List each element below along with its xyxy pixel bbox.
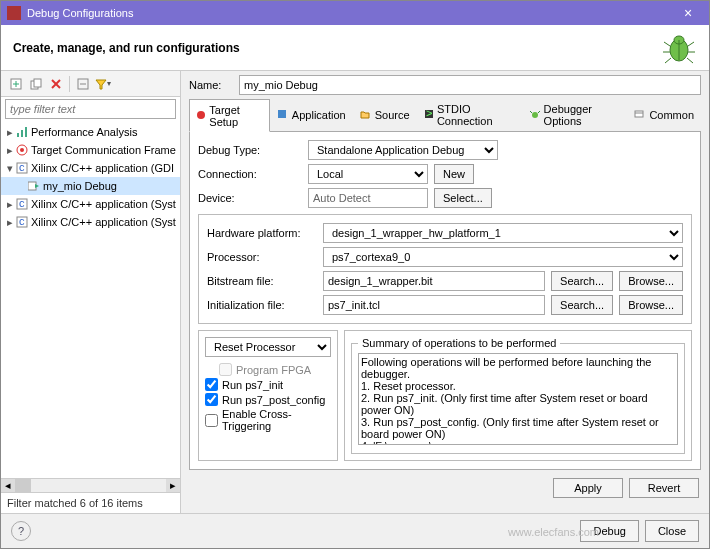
init-file-input[interactable] bbox=[323, 295, 545, 315]
target-setup-panel: Debug Type: Standalone Application Debug… bbox=[189, 132, 701, 470]
right-panel: Name: Target SetupApplicationSource>STDI… bbox=[181, 71, 709, 513]
bug-icon bbox=[530, 109, 540, 121]
tree-item-label: Xilinx C/C++ application (Syst bbox=[31, 216, 176, 228]
svg-line-36 bbox=[538, 111, 540, 113]
filter-box bbox=[5, 99, 176, 119]
term-icon: > bbox=[424, 109, 434, 121]
processor-select[interactable]: ps7_cortexa9_0 bbox=[323, 247, 683, 267]
bitstream-label: Bitstream file: bbox=[207, 275, 317, 287]
delete-icon[interactable] bbox=[47, 75, 65, 93]
close-icon[interactable]: × bbox=[673, 5, 703, 21]
scroll-right-icon[interactable]: ▸ bbox=[166, 479, 180, 492]
tree-item[interactable]: ▸Performance Analysis bbox=[1, 123, 180, 141]
summary-text[interactable] bbox=[358, 353, 678, 445]
name-input[interactable] bbox=[239, 75, 701, 95]
left-panel: ▾ ▸Performance Analysis▸Target Communica… bbox=[1, 71, 181, 513]
left-toolbar: ▾ bbox=[1, 71, 180, 97]
run-ps7-init-label: Run ps7_init bbox=[222, 379, 283, 391]
tree-item[interactable]: ▸cXilinx C/C++ application (Syst bbox=[1, 195, 180, 213]
summary-group: Summary of operations to be performed bbox=[344, 330, 692, 461]
twisty-icon[interactable]: ▸ bbox=[5, 126, 15, 139]
tab-debugger-options[interactable]: Debugger Options bbox=[523, 99, 627, 131]
horizontal-scrollbar[interactable]: ◂ ▸ bbox=[1, 478, 180, 492]
filter-input[interactable] bbox=[5, 99, 176, 119]
dialog-footer: ? www.elecfans.com Debug Close bbox=[1, 513, 709, 548]
revert-button[interactable]: Revert bbox=[629, 478, 699, 498]
processor-label: Processor: bbox=[207, 251, 317, 263]
debug-type-select[interactable]: Standalone Application Debug bbox=[308, 140, 498, 160]
debug-type-label: Debug Type: bbox=[198, 144, 308, 156]
config-tree[interactable]: ▸Performance Analysis▸Target Communicati… bbox=[1, 121, 180, 478]
svg-rect-18 bbox=[17, 133, 19, 137]
tree-item-label: Xilinx C/C++ application (Syst bbox=[31, 198, 176, 210]
connection-label: Connection: bbox=[198, 168, 308, 180]
bitstream-input[interactable] bbox=[323, 271, 545, 291]
reset-select[interactable]: Reset Processor bbox=[205, 337, 331, 357]
watermark: www.elecfans.com bbox=[508, 526, 599, 538]
tab-source[interactable]: Source bbox=[353, 99, 417, 131]
app-icon: c bbox=[15, 197, 29, 211]
twisty-icon[interactable]: ▸ bbox=[5, 144, 15, 157]
twisty-icon[interactable]: ▾ bbox=[5, 162, 15, 175]
help-icon[interactable]: ? bbox=[11, 521, 31, 541]
reset-options: Reset Processor Program FPGA Run ps7_ini… bbox=[198, 330, 338, 461]
svg-point-34 bbox=[532, 112, 538, 118]
svg-rect-31 bbox=[278, 110, 286, 118]
run-ps7-init-checkbox[interactable] bbox=[205, 378, 218, 391]
tab-common[interactable]: Common bbox=[627, 99, 701, 131]
cross-trigger-label: Enable Cross-Triggering bbox=[222, 408, 331, 432]
svg-rect-20 bbox=[25, 127, 27, 137]
collapse-icon[interactable] bbox=[74, 75, 92, 93]
tabs: Target SetupApplicationSource>STDIO Conn… bbox=[189, 99, 701, 132]
svg-line-35 bbox=[530, 111, 532, 113]
device-field bbox=[308, 188, 428, 208]
device-select-button[interactable]: Select... bbox=[434, 188, 492, 208]
svg-text:>: > bbox=[426, 109, 432, 119]
target-icon bbox=[15, 143, 29, 157]
hw-platform-select[interactable]: design_1_wrapper_hw_platform_1 bbox=[323, 223, 683, 243]
tree-item-label: Performance Analysis bbox=[31, 126, 137, 138]
svg-line-8 bbox=[687, 58, 693, 63]
tab-label: Common bbox=[649, 109, 694, 121]
duplicate-icon[interactable] bbox=[27, 75, 45, 93]
header-text: Create, manage, and run configurations bbox=[13, 41, 661, 55]
tab-label: Application bbox=[292, 109, 346, 121]
filter-icon[interactable]: ▾ bbox=[94, 75, 112, 93]
cross-trigger-checkbox[interactable] bbox=[205, 414, 218, 427]
tab-application[interactable]: Application bbox=[270, 99, 353, 131]
tree-item-label: Xilinx C/C++ application (GDI bbox=[31, 162, 174, 174]
bitstream-search-button[interactable]: Search... bbox=[551, 271, 613, 291]
init-file-browse-button[interactable]: Browse... bbox=[619, 295, 683, 315]
app-icon bbox=[7, 6, 21, 20]
tree-item[interactable]: ▸cXilinx C/C++ application (Syst bbox=[1, 213, 180, 231]
hw-platform-label: Hardware platform: bbox=[207, 227, 317, 239]
tree-item[interactable]: ▾cXilinx C/C++ application (GDI bbox=[1, 159, 180, 177]
perf-icon bbox=[15, 125, 29, 139]
svg-line-4 bbox=[688, 42, 694, 46]
tree-item[interactable]: my_mio Debug bbox=[1, 177, 180, 195]
new-connection-button[interactable]: New bbox=[434, 164, 474, 184]
titlebar: Debug Configurations × bbox=[1, 1, 709, 25]
blue-icon bbox=[277, 109, 289, 121]
new-config-icon[interactable] bbox=[7, 75, 25, 93]
name-label: Name: bbox=[189, 79, 239, 91]
program-fpga-label: Program FPGA bbox=[236, 364, 311, 376]
tab-label: Source bbox=[375, 109, 410, 121]
init-file-search-button[interactable]: Search... bbox=[551, 295, 613, 315]
tab-stdio-connection[interactable]: >STDIO Connection bbox=[417, 99, 524, 131]
tab-label: Target Setup bbox=[209, 104, 263, 128]
bitstream-browse-button[interactable]: Browse... bbox=[619, 271, 683, 291]
twisty-icon[interactable]: ▸ bbox=[5, 216, 15, 229]
tree-item[interactable]: ▸Target Communication Frame bbox=[1, 141, 180, 159]
twisty-icon[interactable]: ▸ bbox=[5, 198, 15, 211]
folder-icon bbox=[360, 109, 372, 121]
scroll-left-icon[interactable]: ◂ bbox=[1, 479, 15, 492]
program-fpga-checkbox bbox=[219, 363, 232, 376]
close-button[interactable]: Close bbox=[645, 520, 699, 542]
run-ps7-post-checkbox[interactable] bbox=[205, 393, 218, 406]
apply-button[interactable]: Apply bbox=[553, 478, 623, 498]
connection-select[interactable]: Local bbox=[308, 164, 428, 184]
tab-target-setup[interactable]: Target Setup bbox=[189, 99, 270, 132]
svg-rect-19 bbox=[21, 130, 23, 137]
run-icon bbox=[27, 179, 41, 193]
